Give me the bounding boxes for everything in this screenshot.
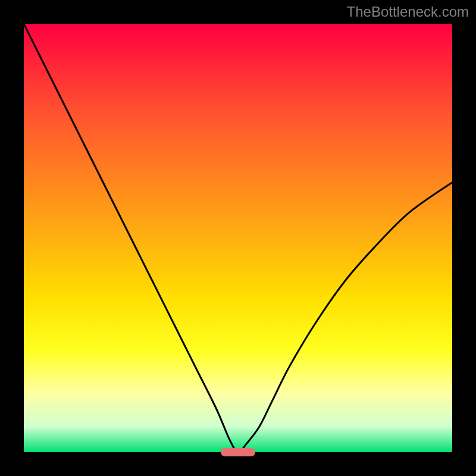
watermark-text: TheBottleneck.com — [347, 4, 469, 20]
plot-area — [24, 24, 452, 452]
curve-path — [24, 24, 452, 452]
optimal-range-marker — [221, 448, 255, 456]
figure-container: TheBottleneck.com — [0, 0, 476, 476]
bottleneck-curve — [24, 24, 452, 452]
